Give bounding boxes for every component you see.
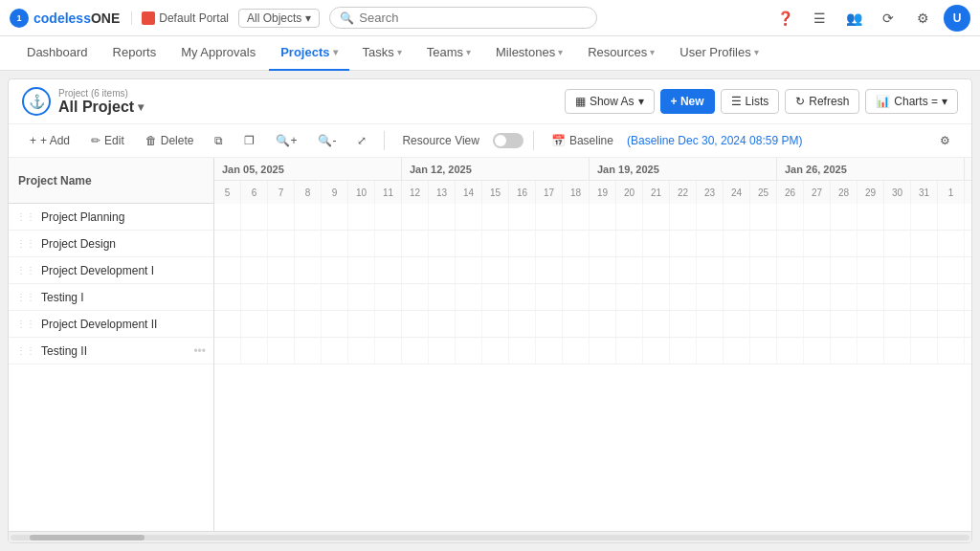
bottom-scrollbar[interactable] — [9, 531, 971, 542]
zoom-in-icon: 🔍+ — [276, 134, 297, 147]
nav-teams[interactable]: Teams▾ — [415, 36, 482, 71]
copy-button[interactable]: ⧉ — [207, 130, 231, 151]
expand-button[interactable]: ⤢ — [349, 130, 374, 151]
drag-handle[interactable]: ⋮⋮ — [16, 345, 35, 356]
baseline-button[interactable]: 📅 Baseline — [544, 130, 621, 151]
new-button[interactable]: + New — [660, 89, 715, 114]
nav-bar: Dashboard Reports My Approvals Projects▾… — [0, 36, 980, 71]
day-cell: 29 — [858, 181, 884, 204]
task-name: Project Planning — [41, 210, 206, 224]
chevron-down-icon: ▾ — [754, 47, 759, 57]
project-title-text: Project (6 items) All Project ▾ — [58, 88, 144, 116]
nav-reports[interactable]: Reports — [101, 36, 168, 71]
baseline-icon: 📅 — [551, 134, 566, 147]
resource-view-toggle[interactable] — [493, 133, 523, 148]
task-list-row: ⋮⋮ Project Design — [9, 231, 213, 257]
charts-button[interactable]: 📊 Charts = ▾ — [865, 89, 958, 114]
avatar[interactable]: U — [944, 5, 970, 32]
day-cell: 27 — [804, 181, 831, 204]
edit-icon: ✏ — [91, 134, 100, 147]
zoom-out-button[interactable]: 🔍- — [310, 130, 344, 151]
drag-handle[interactable]: ⋮⋮ — [16, 265, 35, 276]
drag-handle[interactable]: ⋮⋮ — [16, 238, 35, 249]
all-objects-dropdown[interactable]: All Objects ▾ — [238, 9, 320, 28]
day-cell: 2 — [965, 181, 971, 204]
nav-dashboard[interactable]: Dashboard — [15, 36, 100, 71]
plus-icon: + — [30, 134, 36, 147]
day-cell: 5 — [214, 181, 241, 204]
week-label: Jan 05, 2025 — [214, 158, 402, 180]
nav-resources[interactable]: Resources▾ — [576, 36, 666, 71]
nav-milestones[interactable]: Milestones▾ — [484, 36, 574, 71]
chevron-down-icon: ▾ — [942, 95, 947, 108]
history-button[interactable]: ⟳ — [875, 5, 902, 32]
gantt-area: Project Name ⋮⋮ Project Planning ⋮⋮ Proj… — [9, 158, 971, 531]
task-list-header: Project Name — [9, 158, 213, 204]
list-icon: ☰ — [731, 95, 742, 108]
day-cell: 15 — [482, 181, 509, 204]
day-cell: 25 — [750, 181, 777, 204]
header-actions: ▦ Show As ▾ + New ☰ Lists ↻ Refresh 📊 Ch… — [565, 89, 958, 114]
chevron-down-icon: ▾ — [333, 47, 338, 57]
chevron-down-icon: ▾ — [650, 47, 655, 57]
drag-handle[interactable]: ⋮⋮ — [16, 211, 35, 222]
project-subtitle: Project (6 items) — [58, 88, 144, 99]
gantt-chart-row — [214, 311, 971, 338]
task-list: Project Name ⋮⋮ Project Planning ⋮⋮ Proj… — [9, 158, 214, 531]
chevron-down-icon: ▾ — [466, 47, 471, 57]
day-cell: 10 — [348, 181, 375, 204]
refresh-button[interactable]: ↻ Refresh — [785, 89, 859, 114]
day-cell: 30 — [884, 181, 911, 204]
app-logo[interactable]: 1 codelessONE — [10, 9, 120, 28]
main-content: ⚓ Project (6 items) All Project ▾ ▦ Show… — [8, 78, 972, 543]
lists-button[interactable]: ☰ Lists — [721, 89, 780, 114]
zoom-out-icon: 🔍- — [318, 134, 336, 147]
delete-button[interactable]: 🗑 Delete — [138, 130, 202, 151]
chevron-down-icon: ▾ — [397, 47, 402, 57]
gantt-chart-row — [214, 231, 971, 257]
day-cell: 9 — [322, 181, 348, 204]
edit-button[interactable]: ✏ Edit — [83, 130, 132, 151]
day-cell: 14 — [456, 181, 482, 204]
search-icon: 🔍 — [340, 11, 354, 25]
task-name: Testing II — [41, 344, 188, 358]
users-button[interactable]: 👥 — [840, 5, 867, 32]
scrollbar-thumb[interactable] — [30, 535, 145, 540]
add-button[interactable]: + + Add — [22, 130, 78, 151]
drag-handle[interactable]: ⋮⋮ — [16, 292, 35, 302]
separator — [533, 131, 534, 150]
day-cell: 17 — [536, 181, 563, 204]
help-button[interactable]: ❓ — [771, 5, 798, 32]
week-label: Jan 19, 2025 — [590, 158, 777, 180]
nav-user-profiles[interactable]: User Profiles▾ — [668, 36, 769, 71]
refresh-icon: ↻ — [795, 95, 805, 108]
zoom-in-button[interactable]: 🔍+ — [268, 130, 304, 151]
nav-tasks[interactable]: Tasks▾ — [351, 36, 413, 71]
gantt-timeline[interactable]: Jan 05, 2025Jan 12, 2025Jan 19, 2025Jan … — [214, 158, 971, 531]
week-label: Jan 12, 2025 — [402, 158, 590, 180]
more-icon[interactable]: ••• — [193, 344, 206, 358]
search-bar: 🔍 — [329, 7, 597, 29]
duplicate-icon: ❐ — [244, 134, 255, 147]
day-cell: 12 — [402, 181, 429, 204]
settings-gear-button[interactable]: ⚙ — [932, 130, 958, 151]
drag-handle[interactable]: ⋮⋮ — [16, 319, 35, 329]
nav-approvals[interactable]: My Approvals — [169, 36, 267, 71]
toolbar: + + Add ✏ Edit 🗑 Delete ⧉ ❐ 🔍+ 🔍- ⤢ Reso… — [9, 124, 971, 158]
day-cell: 16 — [509, 181, 536, 204]
gantt-chart-row — [214, 257, 971, 284]
portal-badge[interactable]: Default Portal — [131, 11, 229, 25]
duplicate-button[interactable]: ❐ — [236, 130, 262, 151]
trash-icon: 🗑 — [145, 134, 157, 147]
baseline-info: (Baseline Dec 30, 2024 08:59 PM) — [627, 134, 802, 147]
day-cell: 6 — [241, 181, 268, 204]
show-as-button[interactable]: ▦ Show As ▾ — [565, 89, 655, 114]
settings-button[interactable]: ⚙ — [909, 5, 936, 32]
chevron-down-icon: ▾ — [305, 11, 311, 25]
search-input[interactable] — [359, 11, 587, 25]
task-name: Project Design — [41, 237, 206, 251]
chevron-down-icon[interactable]: ▾ — [138, 100, 144, 114]
menu-button[interactable]: ☰ — [806, 5, 833, 32]
day-cell: 8 — [295, 181, 322, 204]
nav-projects[interactable]: Projects▾ — [269, 36, 348, 71]
